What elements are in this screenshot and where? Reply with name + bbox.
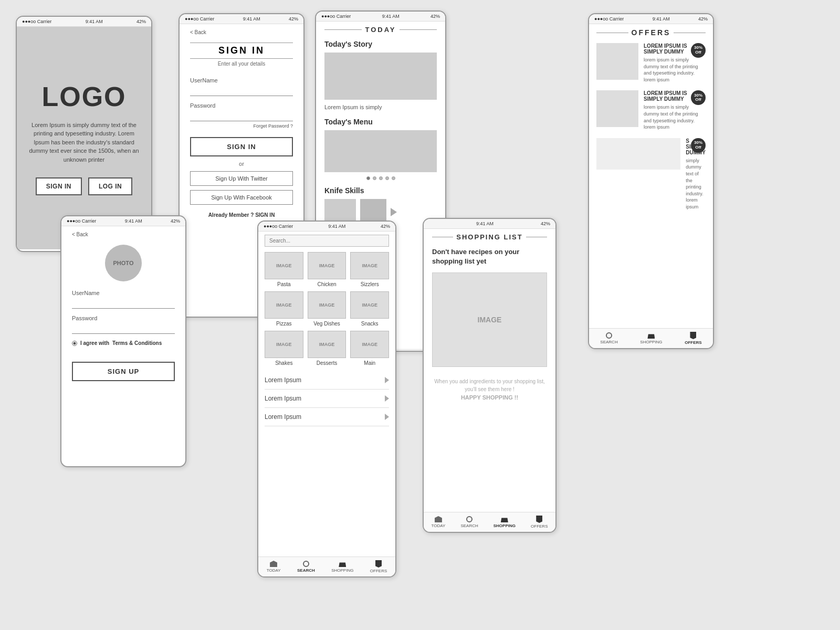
phone-categories: ●●●oo Carrier 9:41 AM 42% IMAGE Pasta IM… <box>257 220 396 578</box>
cart-icon-sh <box>501 516 508 522</box>
today-header: TODAY <box>324 26 437 34</box>
status-battery-2: 42% <box>289 16 298 22</box>
category-desserts[interactable]: IMAGE Desserts <box>308 331 346 366</box>
status-time-2: 9:41 AM <box>243 16 260 22</box>
status-bar-6: 9:41 AM 42% <box>424 219 555 229</box>
categories-grid: IMAGE Pasta IMAGE Chicken IMAGE Sizzlers… <box>265 252 389 366</box>
signup-password-input[interactable] <box>72 324 175 334</box>
nav-search-sh-label: SEARCH <box>460 523 478 528</box>
signin-button[interactable]: SIGN IN <box>190 137 293 156</box>
pizzas-image: IMAGE <box>265 291 303 319</box>
pasta-image: IMAGE <box>265 252 303 279</box>
signup-button[interactable]: SIGN UP <box>72 362 175 381</box>
status-time-1: 9:41 AM <box>86 19 103 24</box>
category-chicken[interactable]: IMAGE Chicken <box>308 252 346 287</box>
category-sizzlers[interactable]: IMAGE Sizzlers <box>350 252 389 287</box>
knife-title: Knife Skills <box>324 186 437 195</box>
home-icon-sh <box>435 516 442 522</box>
pasta-label: Pasta <box>277 281 291 287</box>
offer-desc-3: simply dummy text of the printing indust… <box>686 158 706 211</box>
shopping-header: SHOPPING LIST <box>432 233 547 241</box>
back-link-signup[interactable]: < Back <box>72 232 175 237</box>
veg-label: Veg Dishes <box>313 321 340 327</box>
facebook-signup-button[interactable]: Sign Up With Facebook <box>190 190 293 205</box>
already-member-text: Already Member ? SIGN IN <box>190 212 293 218</box>
agree-radio[interactable] <box>72 341 77 346</box>
status-bar-5: ●●●oo Carrier 9:41 AM 42% <box>258 222 395 232</box>
menu-item-3-label: Lorem Ipsum <box>265 413 301 421</box>
header-line-right <box>400 29 437 30</box>
cart-icon-cat <box>339 561 346 567</box>
search-input[interactable] <box>265 235 389 247</box>
shopping-content: SHOPPING LIST Don't have recipes on your… <box>424 229 555 511</box>
nav-offers-sh-label: OFFERS <box>531 524 548 529</box>
signup-password-label: Password <box>72 315 175 321</box>
nav-offers-off[interactable]: OFFERS <box>685 332 701 345</box>
nav-offers-cat-label: OFFERS <box>370 569 387 573</box>
main-image: IMAGE <box>350 331 389 358</box>
status-time-3: 9:41 AM <box>125 218 142 224</box>
category-pizzas[interactable]: IMAGE Pizzas <box>265 291 303 327</box>
terms-link[interactable]: Terms & Conditions <box>112 340 162 346</box>
shopping-img-label: IMAGE <box>478 316 502 324</box>
username-label: UserName <box>190 77 293 83</box>
phone-shopping: 9:41 AM 42% SHOPPING LIST Don't have rec… <box>423 218 556 533</box>
splash-login-button[interactable]: LOG IN <box>88 177 132 195</box>
nav-shopping-off[interactable]: SHOPPING <box>640 332 662 344</box>
signup-username-input[interactable] <box>72 299 175 309</box>
menu-item-2[interactable]: Lorem Ipsum <box>265 390 389 408</box>
nav-search-off[interactable]: SEARCH <box>600 332 617 344</box>
password-input[interactable] <box>190 111 293 121</box>
nav-offers-off-label: OFFERS <box>685 340 701 345</box>
status-carrier-4: ●●●oo Carrier <box>321 14 351 19</box>
signup-content: < Back PHOTO UserName Password I agree w… <box>61 226 185 465</box>
offers-icon-sh <box>536 516 542 523</box>
nav-offers-sh[interactable]: OFFERS <box>531 516 548 529</box>
nav-offers-cat[interactable]: OFFERS <box>370 560 387 573</box>
status-carrier-2: ●●●oo Carrier <box>185 16 214 22</box>
status-battery-4: 42% <box>430 14 440 19</box>
username-input[interactable] <box>190 86 293 96</box>
status-bar-3: ●●●oo Carrier 9:41 AM 42% <box>61 216 185 226</box>
menu-item-3[interactable]: Lorem Ipsum <box>265 408 389 426</box>
twitter-signup-button[interactable]: Sign Up With Twitter <box>190 171 293 186</box>
status-time-4: 9:41 AM <box>382 14 400 19</box>
shopping-image-placeholder: IMAGE <box>432 272 547 367</box>
knife-arrow-icon <box>391 208 397 216</box>
nav-shopping-cat[interactable]: SHOPPING <box>331 561 353 573</box>
back-link-signin[interactable]: < Back <box>190 29 293 35</box>
nav-today-sh[interactable]: TODAY <box>432 516 446 528</box>
categories-content: IMAGE Pasta IMAGE Chicken IMAGE Sizzlers… <box>258 232 395 556</box>
today-label: TODAY <box>365 26 396 34</box>
menu-image <box>324 130 437 172</box>
menu-arrow-3 <box>385 414 389 420</box>
badge-off-3: 30%Off <box>691 138 706 153</box>
offer-placeholder-3 <box>596 138 680 170</box>
photo-placeholder[interactable]: PHOTO <box>105 245 142 281</box>
signin-title: SIGN IN <box>190 43 293 59</box>
shopping-bottom-nav: TODAY SEARCH SHOPPING OFFERS <box>424 512 555 532</box>
menu-arrow-2 <box>385 395 389 402</box>
splash-signin-button[interactable]: SIGN IN <box>36 177 82 195</box>
nav-shopping-sh[interactable]: SHOPPING <box>494 516 516 528</box>
nav-today-cat[interactable]: TODAY <box>267 561 281 573</box>
nav-search-cat[interactable]: SEARCH <box>297 561 315 573</box>
password-label: Password <box>190 102 293 109</box>
nav-search-cat-label: SEARCH <box>297 568 315 573</box>
status-battery-5: 42% <box>381 224 390 229</box>
nav-search-sh[interactable]: SEARCH <box>460 516 478 528</box>
category-snacks[interactable]: IMAGE Snacks <box>350 291 389 327</box>
dots-indicator <box>324 176 437 180</box>
offer-desc-1: lorem ipsum is simply dummy text of the … <box>644 57 706 83</box>
status-bar-2: ●●●oo Carrier 9:41 AM 42% <box>180 14 303 24</box>
category-veg[interactable]: IMAGE Veg Dishes <box>308 291 346 327</box>
offers-content: OFFERS LOREM IPSUM IS SIMPLY DUMMY lorem… <box>589 24 713 328</box>
category-pasta[interactable]: IMAGE Pasta <box>265 252 303 287</box>
cart-icon-off <box>647 332 655 339</box>
category-main[interactable]: IMAGE Main <box>350 331 389 366</box>
shakes-label: Shakes <box>275 360 292 366</box>
forget-password-link[interactable]: Forget Password ? <box>190 123 293 129</box>
menu-item-1[interactable]: Lorem Ipsum <box>265 371 389 390</box>
category-shakes[interactable]: IMAGE Shakes <box>265 331 303 366</box>
search-icon-off <box>606 332 612 339</box>
